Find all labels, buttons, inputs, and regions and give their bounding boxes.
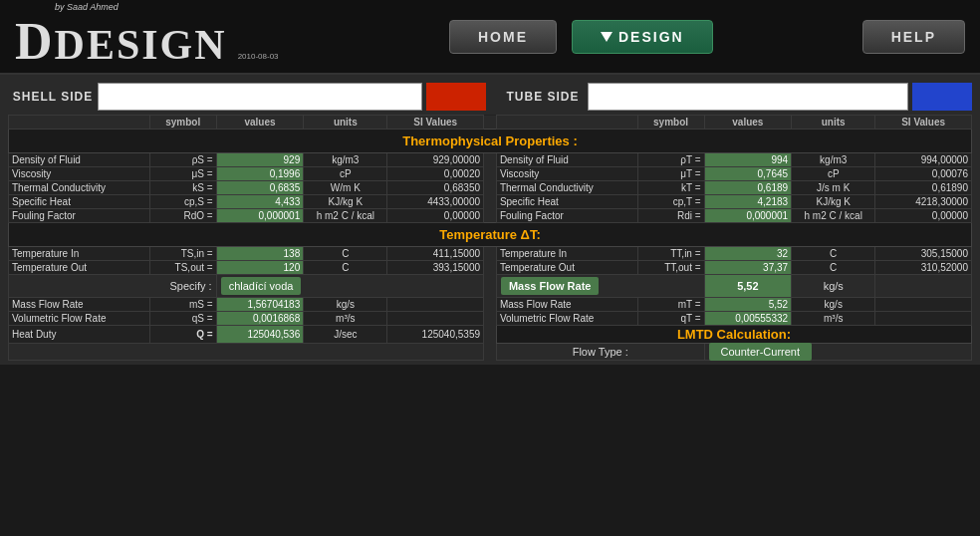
- tube-fouling-si: 0,00000: [875, 209, 972, 223]
- temp-section-header: Temperature ΔT:: [9, 223, 972, 247]
- shell-vol-label: Volumetric Flow Rate: [9, 312, 150, 326]
- tube-temp-in-symbol: TT,in =: [637, 247, 704, 261]
- tube-fouling-label: Fouling Factor: [496, 209, 637, 223]
- shell-temp-out-value[interactable]: 120: [216, 261, 304, 275]
- tube-specific-si: 4218,30000: [875, 195, 972, 209]
- tube-mass-flow-display: 5,52: [704, 275, 792, 298]
- shell-heat-label: Heat Duty: [9, 326, 150, 344]
- tube-temp-out-symbol: TT,out =: [637, 261, 704, 275]
- viscosity-row: Viscosity μS = 0,1996 cP 0,00020 Viscosi…: [9, 167, 972, 181]
- tube-mass-value[interactable]: 5,52: [704, 298, 792, 312]
- col-values-tube: values: [704, 116, 792, 130]
- shell-specific-value[interactable]: 4,433: [216, 195, 304, 209]
- home-button[interactable]: HOME: [449, 20, 557, 54]
- density-row: Density of Fluid ρS = 929 kg/m3 929,0000…: [9, 153, 972, 167]
- tube-mass-label: Mass Flow Rate: [496, 298, 637, 312]
- shell-viscosity-si: 0,00020: [387, 167, 484, 181]
- shell-density-value[interactable]: 929: [216, 153, 304, 167]
- col-units-shell: units: [304, 116, 387, 130]
- tube-viscosity-label: Viscosity: [496, 167, 637, 181]
- col-empty-tube: [496, 116, 637, 130]
- col-units-tube: units: [792, 116, 875, 130]
- shell-mass-value[interactable]: 1,56704183: [216, 298, 304, 312]
- tube-viscosity-si: 0,00076: [875, 167, 972, 181]
- shell-temp-in-unit: C: [304, 247, 387, 261]
- shell-heat-value[interactable]: 125040,536: [216, 326, 304, 344]
- shell-density-si: 929,00000: [387, 153, 484, 167]
- shell-heat-si: 125040,5359: [387, 326, 484, 344]
- shell-thermal-value[interactable]: 0,6835: [216, 181, 304, 195]
- shell-specific-unit: KJ/kg K: [304, 195, 387, 209]
- tube-temp-in-value[interactable]: 32: [704, 247, 792, 261]
- tube-density-value[interactable]: 994: [704, 153, 792, 167]
- tube-thermal-symbol: kT =: [637, 181, 704, 195]
- help-button[interactable]: HELP: [862, 20, 965, 54]
- shell-viscosity-unit: cP: [304, 167, 387, 181]
- shell-viscosity-symbol: μS =: [149, 167, 216, 181]
- shell-thermal-symbol: kS =: [149, 181, 216, 195]
- header: by Saad Ahmed DDESIGN 2010-08-03 HOME DE…: [0, 0, 980, 75]
- shell-thermal-si: 0,68350: [387, 181, 484, 195]
- shell-thermal-label: Thermal Conductivity: [9, 181, 150, 195]
- tube-viscosity-unit: cP: [792, 167, 875, 181]
- tube-viscosity-value[interactable]: 0,7645: [704, 167, 792, 181]
- tube-thermal-value[interactable]: 0,6189: [704, 181, 792, 195]
- tube-mass-unit: kg/s: [792, 275, 875, 298]
- shell-viscosity-value[interactable]: 0,1996: [216, 167, 304, 181]
- tube-fouling-symbol: Rdi =: [637, 209, 704, 223]
- shell-thermal-unit: W/m K: [304, 181, 387, 195]
- tube-density-symbol: ρT =: [637, 153, 704, 167]
- mass-flow-row: Mass Flow Rate mS = 1,56704183 kg/s Mass…: [9, 298, 972, 312]
- tube-temp-out-value[interactable]: 37,37: [704, 261, 792, 275]
- counter-current-button[interactable]: Counter-Current: [709, 343, 812, 361]
- shell-mass-unit: kg/s: [304, 298, 387, 312]
- tube-vol-symbol: qT =: [637, 312, 704, 326]
- thermal-row: Thermal Conductivity kS = 0,6835 W/m K 0…: [9, 181, 972, 195]
- logo-area: by Saad Ahmed DDESIGN 2010-08-03: [15, 2, 279, 71]
- logo-year: 2010-08-03: [238, 52, 279, 61]
- main-content: SHELL SIDE kondenzát TUBE SIDE chladící …: [0, 75, 980, 365]
- flow-type-row: Flow Type : Counter-Current: [9, 344, 972, 361]
- shell-temp-in-si: 411,15000: [387, 247, 484, 261]
- tube-fouling-value[interactable]: 0,000001: [704, 209, 792, 223]
- logo-main: DDESIGN: [15, 12, 227, 71]
- shell-fouling-symbol: RdO =: [149, 209, 216, 223]
- shell-temp-in-symbol: TS,in =: [149, 247, 216, 261]
- shell-temp-out-si: 393,15000: [387, 261, 484, 275]
- tube-density-si: 994,00000: [875, 153, 972, 167]
- tube-vol-label: Volumetric Flow Rate: [496, 312, 637, 326]
- shell-fluid-input[interactable]: kondenzát: [98, 83, 422, 111]
- thermo-section-header: Thermophysical Properties :: [9, 130, 972, 153]
- tube-specific-value[interactable]: 4,2183: [704, 195, 792, 209]
- tube-vol-value[interactable]: 0,00555332: [704, 312, 792, 326]
- mass-flow-rate-button[interactable]: Mass Flow Rate: [501, 277, 600, 295]
- tube-thermal-si: 0,61890: [875, 181, 972, 195]
- design-button[interactable]: DESIGN: [572, 20, 713, 54]
- shell-vol-value[interactable]: 0,0016868: [216, 312, 304, 326]
- tube-fluid-input[interactable]: chladící voda: [588, 83, 908, 111]
- tube-thermal-unit: J/s m K: [792, 181, 875, 195]
- tube-temp-out-si: 310,52000: [875, 261, 972, 275]
- tube-temp-in-si: 305,15000: [875, 247, 972, 261]
- logo-by: by Saad Ahmed: [55, 2, 279, 12]
- shell-density-label: Density of Fluid: [9, 153, 150, 167]
- shell-temp-out-label: Temperature Out: [9, 261, 150, 275]
- tube-temp-out-unit: C: [792, 261, 875, 275]
- shell-density-symbol: ρS =: [149, 153, 216, 167]
- flow-type-label: Flow Type :: [573, 346, 628, 358]
- tube-specific-label: Specific Heat: [496, 195, 637, 209]
- shell-viscosity-label: Viscosity: [9, 167, 150, 181]
- shell-specific-label: Specific Heat: [9, 195, 150, 209]
- specific-heat-row: Specific Heat cp,S = 4,433 KJ/kg K 4433,…: [9, 195, 972, 209]
- specify-value: chladící voda: [221, 277, 302, 295]
- shell-fouling-label: Fouling Factor: [9, 209, 150, 223]
- shell-mass-symbol: mS =: [149, 298, 216, 312]
- shell-fouling-value[interactable]: 0,000001: [216, 209, 304, 223]
- tube-specific-unit: KJ/kg K: [792, 195, 875, 209]
- tube-density-label: Density of Fluid: [496, 153, 637, 167]
- shell-fouling-unit: h m2 C / kcal: [304, 209, 387, 223]
- shell-temp-in-value[interactable]: 138: [216, 247, 304, 261]
- tube-thermal-label: Thermal Conductivity: [496, 181, 637, 195]
- shell-specific-si: 4433,00000: [387, 195, 484, 209]
- tube-temp-in-unit: C: [792, 247, 875, 261]
